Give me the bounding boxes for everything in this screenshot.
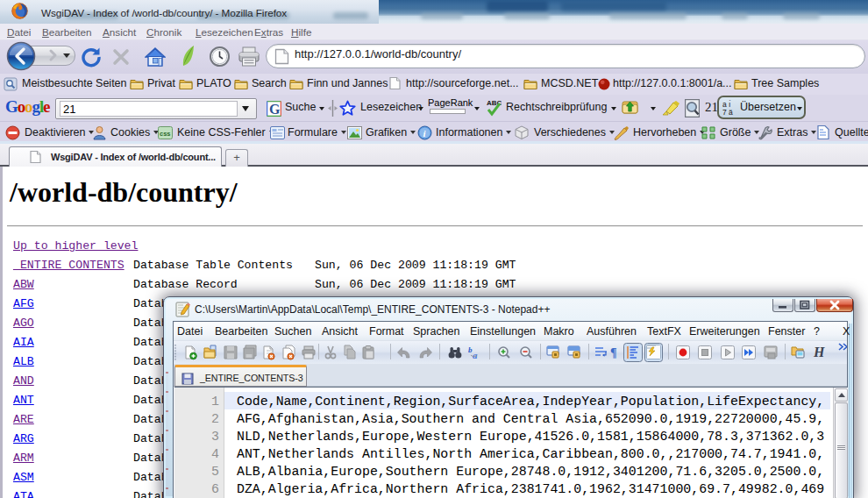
svg-text:css: css — [160, 130, 171, 138]
svg-text:H: H — [813, 345, 825, 359]
svg-text:7 ä: 7 ä — [722, 108, 733, 116]
svg-text:G: G — [269, 102, 281, 117]
svg-text:¶: ¶ — [610, 346, 617, 359]
svg-text:a: a — [473, 350, 478, 360]
